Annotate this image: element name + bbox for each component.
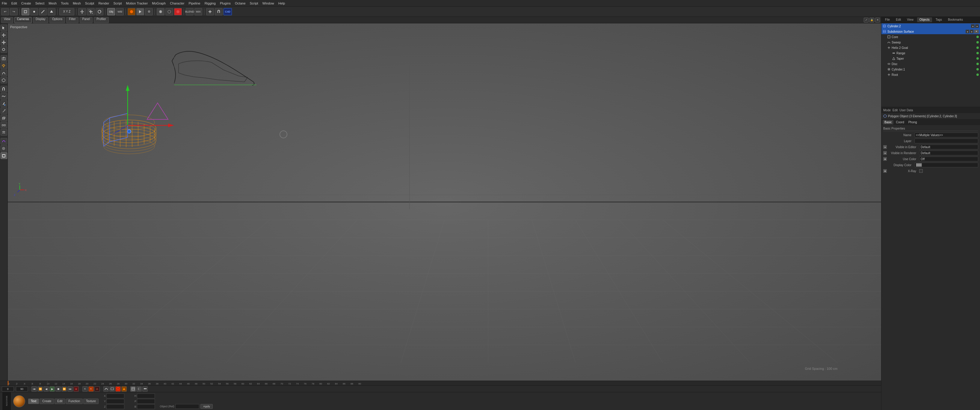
bottom-tab-text[interactable]: Text bbox=[28, 399, 39, 404]
key-sel-btn[interactable]: K bbox=[88, 386, 94, 392]
obj-row-root[interactable]: Root bbox=[881, 72, 980, 77]
obj-row-cylinder1[interactable]: Cylinder.1 bbox=[881, 67, 980, 72]
prop-value-vis-renderer[interactable]: Default bbox=[919, 151, 978, 155]
menu-edit[interactable]: Edit bbox=[11, 2, 17, 5]
render-btn[interactable] bbox=[136, 8, 144, 15]
tool-bridge[interactable] bbox=[1, 122, 7, 128]
obj-vis-root[interactable] bbox=[977, 73, 979, 76]
tool-rotate[interactable] bbox=[1, 46, 7, 53]
viewport-maximize-btn[interactable]: ⤢ bbox=[864, 18, 869, 22]
redo-button[interactable]: ↪ bbox=[10, 8, 18, 15]
obj-row-sweep[interactable]: Sweep bbox=[881, 40, 980, 45]
display-quick-shade[interactable] bbox=[174, 8, 182, 15]
render-settings-btn[interactable]: ⚙ bbox=[145, 8, 153, 15]
z-field[interactable] bbox=[107, 404, 124, 409]
viewport-tab-cameras[interactable]: Cameras bbox=[14, 17, 32, 23]
move-tool[interactable] bbox=[78, 8, 86, 15]
tool-magnet[interactable] bbox=[1, 86, 7, 93]
viewport-tab-view[interactable]: View bbox=[1, 17, 13, 23]
mix-btn[interactable]: MIX bbox=[194, 8, 202, 15]
tool-weight[interactable] bbox=[1, 145, 7, 152]
tool-scale[interactable] bbox=[1, 39, 7, 46]
bottom-tab-edit[interactable]: Edit bbox=[54, 399, 65, 404]
h-field[interactable] bbox=[137, 394, 155, 398]
tool-camera[interactable] bbox=[1, 55, 7, 62]
apply-button[interactable]: Apply bbox=[200, 404, 213, 409]
prop-value-vis-editor[interactable]: Default bbox=[919, 145, 978, 149]
obj-tab-bookmarks[interactable]: Bookmarks bbox=[945, 18, 965, 22]
motion-path-btn[interactable] bbox=[103, 386, 109, 392]
menu-sculpt[interactable]: Sculpt bbox=[85, 2, 94, 5]
scale-tool[interactable] bbox=[87, 8, 95, 15]
tool-stitch[interactable] bbox=[1, 129, 7, 136]
obj-vis-helix[interactable] bbox=[977, 46, 979, 49]
transform-object-mode[interactable] bbox=[22, 8, 29, 15]
tool-polygon[interactable] bbox=[1, 77, 7, 83]
obj-row-range[interactable]: Range bbox=[881, 50, 980, 56]
viewport-close-btn[interactable]: ✕ bbox=[875, 18, 880, 22]
prop-value-layer[interactable] bbox=[915, 139, 978, 144]
rotate-tool[interactable] bbox=[95, 8, 103, 15]
play-back-btn[interactable]: ◀ bbox=[43, 386, 49, 392]
menu-octane[interactable]: Octane bbox=[235, 2, 245, 5]
viewport-tab-profiler[interactable]: Profiler bbox=[94, 17, 109, 23]
obj-vis-cylinder1[interactable] bbox=[977, 68, 979, 70]
obj-vis-render-subdiv[interactable]: ● bbox=[970, 30, 974, 33]
play-btn[interactable]: ▶ bbox=[49, 386, 55, 392]
obj-tab-tags[interactable]: Tags bbox=[933, 18, 944, 22]
x-field[interactable] bbox=[107, 394, 124, 398]
magnet-btn[interactable] bbox=[215, 8, 223, 15]
transform-point-mode[interactable] bbox=[30, 8, 38, 15]
obj-vis-disc[interactable] bbox=[977, 63, 979, 65]
tool-light[interactable] bbox=[1, 62, 7, 69]
props-tab-phong[interactable]: Phong bbox=[907, 120, 919, 124]
viewport-tab-panel[interactable]: Panel bbox=[80, 17, 93, 23]
obj-row-helix[interactable]: Helix 2 Goal bbox=[881, 45, 980, 50]
obj-tab-file[interactable]: File bbox=[883, 18, 892, 22]
viewport-canvas[interactable]: Grid Spacing : 100 cm X Y Z bbox=[8, 23, 881, 381]
menu-script[interactable]: Script bbox=[113, 2, 122, 5]
menu-pipeline[interactable]: Pipeline bbox=[189, 2, 200, 5]
menu-motion-tracker[interactable]: Motion Tracker bbox=[126, 2, 148, 5]
tool-paint[interactable] bbox=[1, 100, 7, 107]
go-start-btn[interactable]: ⏮ bbox=[32, 386, 37, 392]
props-tab-coord[interactable]: Coord bbox=[894, 120, 906, 124]
obj-tab-view[interactable]: View bbox=[905, 18, 916, 22]
record-btn[interactable]: ● bbox=[73, 386, 79, 392]
obj-row-cylinder2[interactable]: Cylinder.2 ● ● bbox=[881, 23, 980, 29]
motion-tangent-btn[interactable] bbox=[115, 386, 121, 392]
y-field[interactable] bbox=[107, 399, 124, 404]
menu-rigging[interactable]: Rigging bbox=[205, 2, 216, 5]
bottom-tab-create[interactable]: Create bbox=[40, 399, 54, 404]
tool-spline[interactable] bbox=[1, 70, 7, 76]
tool-selection[interactable] bbox=[1, 25, 7, 31]
props-tab-basic[interactable]: Basic bbox=[883, 120, 893, 124]
tool-deform[interactable] bbox=[1, 138, 7, 145]
blend-btn[interactable]: BLEND bbox=[186, 8, 194, 15]
tool-extrude[interactable] bbox=[1, 115, 7, 121]
obj-vis-range[interactable] bbox=[977, 52, 979, 54]
current-frame-field[interactable]: 0 bbox=[2, 387, 14, 391]
autokey-btn[interactable]: A bbox=[94, 386, 100, 392]
prop-value-name[interactable]: <<Multiple Values>> bbox=[915, 132, 978, 137]
material-preview[interactable] bbox=[13, 395, 25, 407]
world-axis-btn[interactable]: Wld bbox=[116, 8, 124, 15]
menu-create[interactable]: Create bbox=[21, 2, 31, 5]
obj-row-subdiv[interactable]: Subdivision Surface ● ● ✕ bbox=[881, 29, 980, 34]
menu-mesh[interactable]: Mesh bbox=[49, 2, 57, 5]
tool-move[interactable] bbox=[1, 32, 7, 38]
obj-row-taper[interactable]: Taper bbox=[881, 56, 980, 61]
next-frame-btn[interactable]: ⏩ bbox=[61, 386, 67, 392]
motion-wrap-btn[interactable] bbox=[109, 386, 115, 392]
obj-vis-editor-subdiv[interactable]: ● bbox=[966, 30, 969, 33]
obj-vis-sweep[interactable] bbox=[977, 41, 979, 43]
menu-plugins[interactable]: Plugins bbox=[220, 2, 231, 5]
viewport-tab-options[interactable]: Options bbox=[49, 17, 65, 23]
frame-mode-btn1[interactable] bbox=[130, 386, 136, 392]
prev-frame-btn[interactable]: ⏪ bbox=[37, 386, 43, 392]
b-field[interactable] bbox=[137, 404, 155, 409]
frame-mode-btn2[interactable] bbox=[136, 386, 142, 392]
transform-poly-mode[interactable] bbox=[48, 8, 56, 15]
motion-extra-btn[interactable] bbox=[121, 386, 127, 392]
bottom-tab-function[interactable]: Function bbox=[66, 399, 83, 404]
